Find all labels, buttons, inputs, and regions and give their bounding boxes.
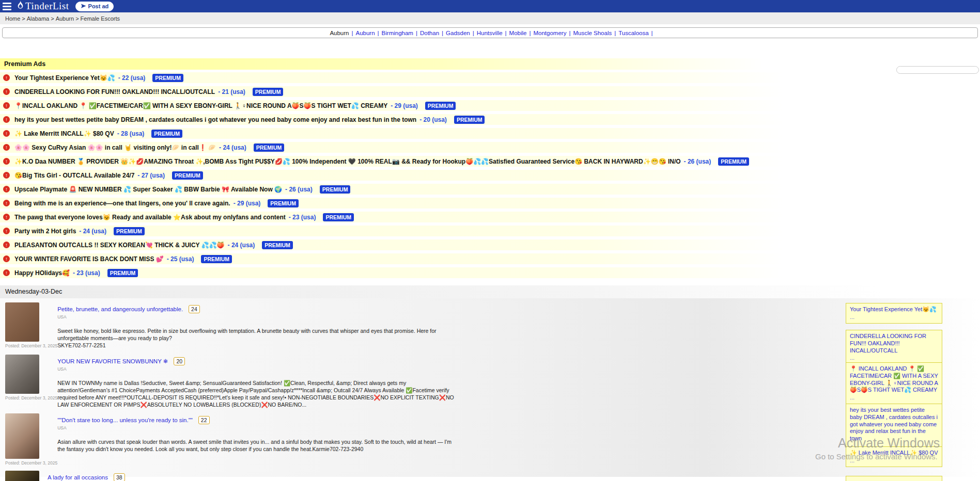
premium-ad-title[interactable]: YOUR WINTER FAVORITE IS BACK DONT MISS 💕 — [14, 255, 164, 263]
city-link-muscle-shoals[interactable]: Muscle Shoals — [573, 30, 612, 36]
premium-ad-row[interactable]: ↑ Your Tightest Experience Yet😼💦 - 22 (u… — [0, 72, 980, 83]
listing-title-link[interactable]: ""Don't stare too long... unless you're … — [57, 417, 193, 423]
sidebar-ad-box[interactable]: hey its your best wettes petite baby DRE… — [846, 404, 942, 453]
sidebar-ad-title[interactable]: hey its your best wettes petite baby DRE… — [850, 407, 938, 442]
city-separator: | — [529, 30, 531, 36]
premium-ad-title[interactable]: CINDERELLA LOOKING FOR FUN!!! OAKLAND!!!… — [14, 88, 215, 95]
sidebar-ad-title[interactable]: Your Tightest Experience Yet😼💦 — [850, 306, 938, 313]
listing-thumbnail[interactable] — [5, 413, 39, 459]
premium-ad-age: - 29 (usa) — [391, 102, 418, 109]
premium-ad-row[interactable]: ↑ YOUR WINTER FAVORITE IS BACK DONT MISS… — [0, 253, 980, 264]
up-arrow-icon: ↑ — [3, 200, 10, 206]
up-arrow-icon: ↑ — [3, 228, 10, 234]
premium-badge: PREMIUM — [107, 269, 138, 277]
listing-thumbnail[interactable] — [5, 355, 39, 394]
breadcrumb-home[interactable]: Home — [5, 15, 20, 22]
sidebar-ad-box[interactable]: ✨ Lake Merritt INCALL✨ $80 QV ... — [846, 446, 942, 467]
listing-thumbnail[interactable] — [5, 302, 39, 342]
premium-ad-age: - 29 (usa) — [234, 200, 261, 207]
city-separator: | — [651, 30, 653, 36]
premium-ad-title[interactable]: Party with 2 Hot girls — [14, 228, 76, 235]
premium-badge: PREMIUM — [114, 227, 145, 235]
listing-item: Posted: December 3, 2025 Petite, brunett… — [0, 302, 980, 349]
city-link-tuscaloosa[interactable]: Tuscaloosa — [618, 30, 648, 36]
premium-ad-row[interactable]: ↑ The pawg that everyone loves😼 Ready an… — [0, 212, 980, 222]
premium-ad-age: - 24 (usa) — [219, 144, 246, 151]
city-link-auburn-active[interactable]: Auburn — [330, 30, 349, 36]
up-arrow-icon: ↑ — [3, 116, 10, 123]
sidebar-ad-title[interactable]: ✨ Lake Merritt INCALL✨ $80 QV — [850, 450, 938, 457]
breadcrumb-separator: > — [51, 15, 54, 22]
listing-country: USA — [57, 366, 455, 372]
premium-ad-age: - 23 (usa) — [73, 269, 100, 277]
hamburger-menu-icon[interactable] — [3, 3, 11, 10]
breadcrumb-category[interactable]: Female Escorts — [81, 15, 120, 22]
listing-title-link[interactable]: YOUR NEW FAVORITE SNOWBUNNY ❄ — [57, 358, 168, 365]
premium-ad-row[interactable]: ↑ CINDERELLA LOOKING FOR FUN!!! OAKLAND!… — [0, 86, 980, 97]
premium-ad-title[interactable]: 😘Big Tits Girl - OUTCALL Available 24/7 — [14, 172, 134, 179]
premium-ad-title[interactable]: 🌸🌸 Sexy CuRvy Asian 🌸🌸 in call 🤘 visitin… — [14, 144, 216, 151]
up-arrow-icon: ↑ — [3, 214, 10, 220]
premium-ad-row[interactable]: ↑ hey its your best wettes petite baby D… — [0, 114, 980, 125]
city-link-birmingham[interactable]: Birmingham — [382, 30, 413, 36]
breadcrumb-city[interactable]: Auburn — [56, 15, 74, 22]
post-ad-button[interactable]: Post ad — [75, 2, 114, 11]
premium-ad-title[interactable]: ✨K.O Daa NUMBER 🏅 PROVIDER 👑✨💋AMAZING Th… — [14, 158, 681, 165]
premium-ad-title[interactable]: Being with me is an experience—one that … — [14, 200, 230, 207]
listing-description: Sweet like honey, bold like espresso. Pe… — [57, 327, 455, 342]
sidebar-ad-ellipsis: ... — [850, 355, 938, 362]
listing-title-link[interactable]: Petite, brunette, and dangerously unforg… — [57, 306, 183, 312]
premium-ad-row[interactable]: ↑ 📍INCALL OAKLAND 📍 ✅FACETIME/CAR✅ WITH … — [0, 100, 980, 111]
city-separator: | — [416, 30, 417, 36]
up-arrow-icon: ↑ — [3, 158, 10, 165]
brand-name: TinderList — [25, 1, 69, 12]
listing-age-badge: 20 — [174, 357, 185, 365]
premium-ad-title[interactable]: Your Tightest Experience Yet😼💦 — [14, 74, 115, 82]
premium-badge: PREMIUM — [454, 116, 485, 124]
listing-country: USA — [57, 425, 455, 430]
premium-ad-title[interactable]: 📍INCALL OAKLAND 📍 ✅FACETIME/CAR✅ WITH A … — [14, 102, 387, 109]
premium-ad-title[interactable]: Upscale Playmate 🚨 NEW NUMBER 💦 Super So… — [14, 186, 282, 193]
premium-ad-row[interactable]: ↑ PLEASANTON OUTCALLS !! SEXY KOREAN💘 TH… — [0, 239, 980, 250]
premium-badge: PREMIUM — [262, 241, 293, 249]
premium-ad-row[interactable]: ↑ Upscale Playmate 🚨 NEW NUMBER 💦 Super … — [0, 184, 980, 195]
sidebar-ad-box[interactable]: 📍 INCALL OAKLAND 📍 ✅ FACETIME/CAR ✅ WITH… — [846, 362, 942, 404]
premium-ad-title[interactable]: ✨ Lake Merritt INCALL✨ $80 QV — [14, 130, 114, 137]
sidebar-ad-box-clipped[interactable] — [846, 476, 942, 481]
city-separator: | — [378, 30, 379, 36]
listings-section: Wednesday-03-Dec Posted: December 3, 202… — [0, 285, 980, 477]
city-link-montgomery[interactable]: Montgomery — [533, 30, 566, 36]
premium-ad-row[interactable]: ↑ Being with me is an experience—one tha… — [0, 198, 980, 209]
empty-input-box[interactable] — [896, 66, 979, 74]
breadcrumb: Home > Alabama > Auburn > Female Escorts — [0, 12, 980, 24]
premium-badge: PREMIUM — [152, 74, 183, 82]
city-link-dothan[interactable]: Dothan — [420, 30, 439, 36]
premium-ad-row[interactable]: ↑ 😘Big Tits Girl - OUTCALL Available 24/… — [0, 170, 980, 181]
premium-ad-row[interactable]: ↑ ✨K.O Daa NUMBER 🏅 PROVIDER 👑✨💋AMAZING … — [0, 156, 980, 167]
sidebar-ad-box[interactable]: Your Tightest Experience Yet😼💦 ... — [846, 303, 942, 324]
premium-ad-title[interactable]: hey its your best wettes petite baby DRE… — [14, 116, 416, 123]
listing-title-link[interactable]: A lady for all occasions — [48, 474, 108, 480]
city-link-mobile[interactable]: Mobile — [509, 30, 527, 36]
city-separator: | — [505, 30, 507, 36]
premium-ad-title[interactable]: Happy HOlidays🥰 — [14, 269, 70, 277]
premium-ad-row[interactable]: ↑ Party with 2 Hot girls - 24 (usa) PREM… — [0, 226, 980, 236]
premium-ad-row[interactable]: ↑ 🌸🌸 Sexy CuRvy Asian 🌸🌸 in call 🤘 visit… — [0, 142, 980, 153]
flame-icon — [17, 1, 24, 12]
breadcrumb-state[interactable]: Alabama — [27, 15, 49, 22]
premium-ad-row[interactable]: ↑ Happy HOlidays🥰 - 23 (usa) PREMIUM — [0, 267, 980, 278]
premium-ad-title[interactable]: The pawg that everyone loves😼 Ready and … — [14, 214, 286, 221]
sidebar-ad-box[interactable]: CINDERELLA LOOKING FOR FUN!!! OAKLAND!!!… — [846, 330, 942, 364]
sidebar-ad-title[interactable]: 📍 INCALL OAKLAND 📍 ✅ FACETIME/CAR ✅ WITH… — [850, 365, 938, 394]
date-header: Wednesday-03-Dec — [0, 285, 980, 298]
breadcrumb-separator: > — [75, 15, 79, 22]
listing-thumbnail[interactable] — [5, 471, 39, 481]
city-link-gadsden[interactable]: Gadsden — [446, 30, 470, 36]
premium-ad-row[interactable]: ↑ ✨ Lake Merritt INCALL✨ $80 QV - 28 (us… — [0, 128, 980, 139]
up-arrow-icon: ↑ — [3, 144, 10, 151]
premium-ad-title[interactable]: PLEASANTON OUTCALLS !! SEXY KOREAN💘 THIC… — [14, 242, 225, 249]
city-link-huntsville[interactable]: Huntsville — [477, 30, 503, 36]
brand-logo[interactable]: TinderList — [17, 1, 69, 12]
city-link-auburn[interactable]: Auburn — [356, 30, 375, 36]
sidebar-ad-title[interactable]: CINDERELLA LOOKING FOR FUN!!! OAKLAND!!!… — [850, 333, 938, 354]
